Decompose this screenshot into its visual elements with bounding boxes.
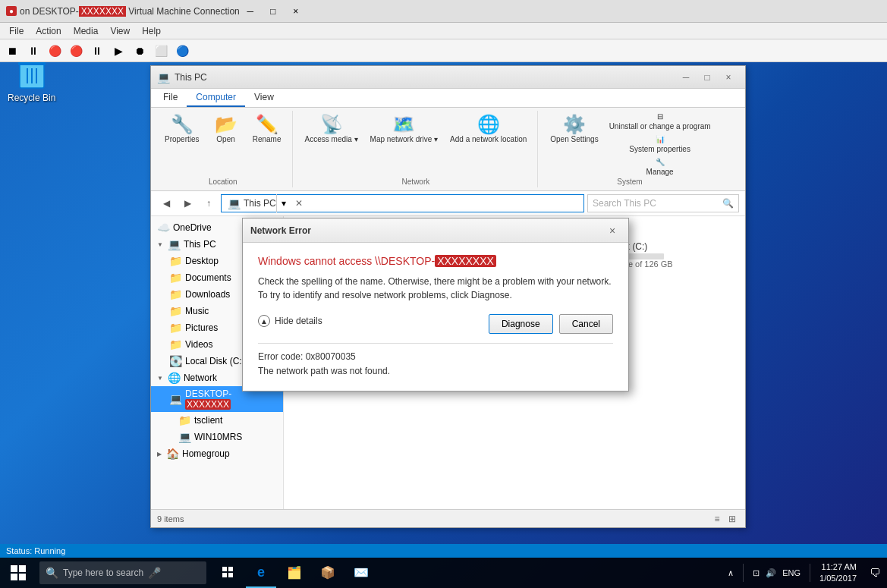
add-network-icon: 🌐	[477, 114, 500, 135]
ribbon-uninstall-button[interactable]: ⊟ Uninstall or change a program	[606, 111, 714, 132]
sidebar-documents-label: Documents	[185, 272, 231, 283]
taskbar-mail-button[interactable]: ✉️	[346, 558, 376, 588]
taskbar-notification-button[interactable]: 🗨	[863, 558, 887, 588]
explorer-minimize-button[interactable]: ─	[675, 70, 697, 85]
explorer-close-button[interactable]: ×	[718, 70, 739, 85]
ribbon-tab-file[interactable]: File	[154, 89, 187, 107]
vm-minimize-button[interactable]: ─	[240, 4, 261, 19]
ribbon-add-network-button[interactable]: 🌐 Add a network location	[445, 111, 531, 146]
vm-tool-3[interactable]: 🔴	[46, 42, 64, 59]
start-button[interactable]	[0, 558, 36, 588]
explorer-statusbar: 9 items ≡ ⊞	[151, 509, 745, 527]
tray-volume-icon[interactable]: 🔊	[766, 568, 776, 578]
address-close-button[interactable]: ✕	[291, 194, 307, 212]
dialog-details-toggle[interactable]: ▲ Hide details	[258, 314, 322, 328]
sidebar-item-win10mrs[interactable]: 💻 WIN10MRS	[151, 429, 283, 445]
vm-tool-9[interactable]: 🔵	[173, 42, 191, 59]
error-detail: The network path was not found.	[258, 364, 613, 379]
vm-menu-media[interactable]: Media	[68, 24, 105, 38]
ribbon-rename-button[interactable]: ✏️ Rename	[248, 111, 286, 146]
view-details-button[interactable]: ≡	[710, 512, 724, 526]
sidebar-music-label: Music	[185, 306, 209, 316]
explorer-maximize-button[interactable]: □	[697, 70, 718, 85]
taskbar-edge-button[interactable]: e	[246, 558, 276, 588]
tray-network-icon[interactable]: ⊡	[753, 568, 760, 578]
access-media-icon: 📡	[320, 114, 343, 135]
taskbar-search-placeholder: Type here to search	[63, 568, 143, 578]
taskbar-time: 11:27 AM	[819, 561, 857, 573]
mail-icon: ✉️	[354, 565, 369, 580]
vm-toolbar: ⏹ ⏸ 🔴 🔴 ⏸ ▶ ⏺ ⬜ 🔵	[0, 39, 887, 62]
access-media-label: Access media ▾	[305, 135, 358, 143]
vm-close-button[interactable]: ×	[285, 4, 307, 19]
onedrive-icon: ☁️	[157, 222, 170, 234]
network-icon: 🌐	[168, 372, 181, 384]
vm-tool-6[interactable]: ▶	[109, 42, 127, 59]
taskbar-search[interactable]: 🔍 Type here to search 🎤	[39, 561, 206, 584]
dialog-close-button[interactable]: ×	[604, 222, 621, 239]
vm-menu-help[interactable]: Help	[136, 24, 167, 38]
taskbar-task-view-button[interactable]	[212, 558, 243, 588]
edge-icon: e	[257, 564, 265, 580]
sysprops-label: System properties	[629, 145, 690, 153]
svg-rect-9	[228, 573, 233, 577]
address-bar[interactable]: 💻 This PC ▾ ✕	[221, 194, 584, 212]
ribbon-tab-computer[interactable]: Computer	[187, 89, 245, 107]
sidebar-item-homegroup[interactable]: ▶ 🏠 Homegroup	[151, 445, 283, 462]
sidebar-desktop-label: Desktop	[185, 256, 219, 266]
vm-title: on DESKTOP-XXXXXXX Virtual Machine Conne…	[20, 6, 240, 17]
taskbar-date: 1/05/2017	[819, 573, 857, 584]
vm-menu-view[interactable]: View	[104, 24, 136, 38]
pictures-folder-icon: 📁	[169, 322, 182, 334]
address-bar-text: This PC	[244, 198, 276, 209]
taskbar-explorer-button[interactable]: 🗂️	[279, 558, 310, 588]
search-bar[interactable]: Search This PC 🔍	[587, 194, 739, 212]
vm-status-text: Status: Running	[6, 546, 65, 555]
tsclient-icon: 📁	[178, 414, 191, 426]
tray-language-button[interactable]: ENG	[782, 568, 801, 577]
details-toggle-icon: ▲	[258, 315, 270, 327]
ribbon-map-drive-button[interactable]: 🗺️ Map network drive ▾	[366, 111, 442, 146]
vm-maximize-button[interactable]: □	[263, 4, 284, 19]
vm-tool-8[interactable]: ⬜	[152, 42, 170, 59]
dialog-titlebar: Network Error ×	[243, 219, 628, 243]
vm-menu-action[interactable]: Action	[30, 24, 67, 38]
vm-badge: ●	[6, 6, 17, 16]
taskbar-clock[interactable]: 11:27 AM 1/05/2017	[819, 561, 857, 585]
dialog-title: Network Error	[250, 225, 604, 236]
cancel-button[interactable]: Cancel	[559, 314, 613, 334]
sidebar-item-tsclient[interactable]: 📁 tsclient	[151, 412, 283, 429]
ribbon-system-items: ⚙️ Open Settings ⊟ Uninstall or change a…	[546, 111, 713, 178]
address-dropdown-button[interactable]: ▾	[276, 194, 291, 212]
up-button[interactable]: ↑	[200, 195, 218, 212]
ribbon-properties-button[interactable]: 🔧 Properties	[160, 111, 204, 146]
ribbon-tab-view[interactable]: View	[245, 89, 283, 107]
search-placeholder: Search This PC	[593, 198, 722, 209]
forward-button[interactable]: ▶	[178, 195, 197, 212]
dialog-details: Error code: 0x80070035 The network path …	[258, 350, 613, 379]
vm-tool-2[interactable]: ⏸	[24, 42, 42, 59]
vm-tool-7[interactable]: ⏺	[131, 42, 149, 59]
sysprops-icon: 📊	[656, 135, 665, 143]
vm-menu-file[interactable]: File	[3, 24, 30, 38]
ribbon-system-props-button[interactable]: 📊 System properties	[606, 134, 714, 155]
ribbon-access-media-button[interactable]: 📡 Access media ▾	[300, 111, 363, 146]
tray-chevron-button[interactable]: ∧	[728, 568, 734, 578]
back-button[interactable]: ◀	[157, 195, 175, 212]
taskbar-store-button[interactable]: 📦	[313, 558, 343, 588]
explorer-title-icon: 💻	[157, 71, 170, 83]
desktop-folder-icon: 📁	[169, 255, 182, 267]
view-tiles-button[interactable]: ⊞	[725, 512, 739, 526]
sidebar-homegroup-label: Homegroup	[182, 448, 230, 459]
notification-icon: 🗨	[870, 567, 880, 579]
vm-tool-5[interactable]: ⏸	[88, 42, 106, 59]
add-network-label: Add a network location	[450, 135, 527, 143]
vm-tool-4[interactable]: 🔴	[67, 42, 85, 59]
ribbon-open-button[interactable]: 📂 Open	[207, 111, 245, 146]
svg-rect-8	[222, 573, 227, 577]
diagnose-button[interactable]: Diagnose	[489, 314, 553, 334]
ribbon-open-settings-button[interactable]: ⚙️ Open Settings	[546, 111, 602, 146]
ribbon-manage-button[interactable]: 🔧 Manage	[606, 156, 714, 178]
vm-tool-1[interactable]: ⏹	[3, 42, 21, 59]
dialog-divider	[258, 343, 613, 344]
